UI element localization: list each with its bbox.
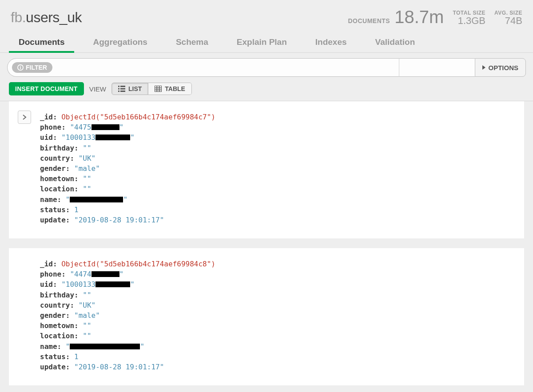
field-name: name: "" <box>40 341 515 352</box>
caret-right-icon <box>482 65 485 70</box>
field-update: update: "2019-08-28 19:01:17" <box>40 215 515 225</box>
field-location: location: "" <box>40 331 515 341</box>
tab-aggregations[interactable]: Aggregations <box>79 32 161 52</box>
svg-rect-3 <box>118 86 119 87</box>
view-table-label: TABLE <box>165 85 185 92</box>
svg-rect-4 <box>120 86 125 87</box>
svg-rect-1 <box>20 67 21 69</box>
tabs: Documents Aggregations Schema Explain Pl… <box>0 32 533 53</box>
stat-avg-size-value: 74B <box>505 16 522 26</box>
filter-bar: FILTER <box>7 58 399 77</box>
field-birthday: birthday: "" <box>40 143 515 153</box>
redacted <box>91 271 119 277</box>
db-name: fb <box>11 9 22 25</box>
expand-button[interactable] <box>18 111 31 124</box>
svg-rect-2 <box>20 66 21 67</box>
field-country: country: "UK" <box>40 153 515 163</box>
view-table-button[interactable]: TABLE <box>148 83 192 95</box>
redacted <box>70 197 123 202</box>
db-sep: . <box>22 9 26 25</box>
field-location: location: "" <box>40 184 515 194</box>
svg-rect-7 <box>118 91 119 92</box>
header: fb.users_uk DOCUMENTS 18.7m TOTAL SIZE 1… <box>0 0 533 26</box>
svg-rect-9 <box>155 86 162 92</box>
document-fields: _id: ObjectId("5d5eb166b4c174aef69984c8"… <box>40 259 515 372</box>
toolbar: INSERT DOCUMENT VIEW LIST TABLE <box>0 82 533 101</box>
stat-documents-label: DOCUMENTS <box>348 17 390 24</box>
svg-rect-6 <box>120 88 125 90</box>
field-phone: phone: "4475" <box>40 122 515 132</box>
svg-rect-5 <box>118 88 119 90</box>
stat-avg-size: AVG. SIZE 74B <box>494 10 522 26</box>
document-fields: _id: ObjectId("5d5eb166b4c174aef69984c7"… <box>40 112 515 225</box>
redacted <box>95 135 130 140</box>
stat-total-size-value: 1.3GB <box>458 16 485 26</box>
filter-chip-label: FILTER <box>26 64 47 71</box>
field-hometown: hometown: "" <box>40 321 515 331</box>
field-gender: gender: "male" <box>40 163 515 174</box>
stat-total-size: TOTAL SIZE 1.3GB <box>453 10 485 26</box>
svg-rect-8 <box>120 91 125 92</box>
view-toggle: LIST TABLE <box>111 83 192 95</box>
field-gender: gender: "male" <box>40 310 515 321</box>
options-label: OPTIONS <box>488 64 518 71</box>
view-list-label: LIST <box>128 85 142 92</box>
tab-validation[interactable]: Validation <box>361 32 430 52</box>
view-list-button[interactable]: LIST <box>111 83 148 95</box>
redacted <box>70 344 140 349</box>
tab-schema[interactable]: Schema <box>162 32 223 52</box>
view-label: VIEW <box>89 85 106 93</box>
stat-documents: DOCUMENTS 18.7m <box>348 8 444 26</box>
stat-documents-value: 18.7m <box>394 8 444 26</box>
field-uid: uid: "1000133" <box>40 279 515 289</box>
filter-row: FILTER OPTIONS <box>0 53 533 82</box>
options-button[interactable]: OPTIONS <box>475 58 526 77</box>
field-phone: phone: "4474" <box>40 269 515 279</box>
collection-title: fb.users_uk <box>11 9 348 26</box>
field-status: status: 1 <box>40 205 515 215</box>
documents-list: _id: ObjectId("5d5eb166b4c174aef69984c7"… <box>9 101 524 385</box>
field-status: status: 1 <box>40 352 515 362</box>
table-icon <box>155 86 162 92</box>
field-update: update: "2019-08-28 19:01:17" <box>40 362 515 372</box>
redacted <box>91 124 119 130</box>
redacted <box>95 281 130 287</box>
filter-gap <box>399 58 475 77</box>
header-stats: DOCUMENTS 18.7m TOTAL SIZE 1.3GB AVG. SI… <box>348 8 522 26</box>
collection-name: users_uk <box>26 9 82 25</box>
field-id: _id: ObjectId("5d5eb166b4c174aef69984c7"… <box>40 112 515 122</box>
tab-documents[interactable]: Documents <box>4 32 79 52</box>
field-name: name: "" <box>40 194 515 205</box>
chevron-right-icon <box>22 115 27 120</box>
tab-indexes[interactable]: Indexes <box>301 32 361 52</box>
field-id: _id: ObjectId("5d5eb166b4c174aef69984c8"… <box>40 259 515 269</box>
field-birthday: birthday: "" <box>40 290 515 300</box>
field-hometown: hometown: "" <box>40 174 515 184</box>
insert-document-button[interactable]: INSERT DOCUMENT <box>9 82 84 95</box>
document-row: _id: ObjectId("5d5eb166b4c174aef69984c8"… <box>9 238 524 385</box>
list-icon <box>118 86 125 92</box>
info-icon <box>17 64 24 71</box>
filter-input[interactable] <box>52 63 395 71</box>
field-country: country: "UK" <box>40 300 515 310</box>
field-uid: uid: "1000133" <box>40 132 515 143</box>
filter-chip[interactable]: FILTER <box>12 62 52 73</box>
document-row: _id: ObjectId("5d5eb166b4c174aef69984c7"… <box>9 101 524 238</box>
tab-explain-plan[interactable]: Explain Plan <box>223 32 301 52</box>
